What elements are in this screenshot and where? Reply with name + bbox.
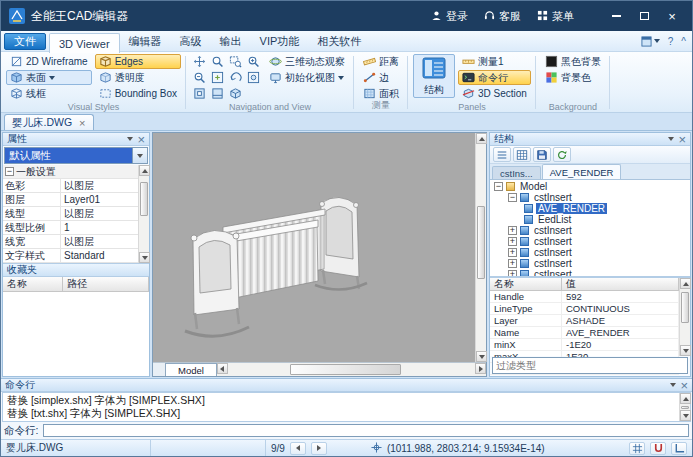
- save-button[interactable]: [533, 147, 551, 162]
- zoom-previous-button[interactable]: [227, 70, 244, 85]
- zoom-all-button[interactable]: [245, 70, 262, 85]
- property-value[interactable]: 以图层: [61, 207, 138, 220]
- property-value[interactable]: Layer01: [61, 193, 138, 206]
- viewport-horizontal-scrollbar[interactable]: [217, 363, 486, 376]
- list-view-button[interactable]: [493, 147, 511, 162]
- pan-button[interactable]: [191, 54, 208, 69]
- refresh-button[interactable]: [553, 147, 571, 162]
- black-background-button[interactable]: 黑色背景: [541, 54, 605, 69]
- tab-editor[interactable]: 编辑器: [120, 33, 171, 50]
- property-section-row[interactable]: 一般设置: [3, 165, 138, 179]
- menu-button[interactable]: 菜单: [537, 9, 574, 24]
- scroll-up-button[interactable]: [139, 165, 150, 176]
- transparency-button[interactable]: 透明度: [95, 70, 181, 85]
- tree-node-eedlist[interactable]: EedList: [490, 214, 690, 225]
- scroll-down-button[interactable]: [476, 351, 487, 362]
- table-col-value[interactable]: 值: [562, 278, 679, 290]
- property-grid-scrollbar[interactable]: [138, 165, 149, 263]
- dropdown-arrow-button[interactable]: [132, 148, 147, 163]
- favorites-list[interactable]: [3, 292, 149, 376]
- property-value[interactable]: 以图层: [61, 235, 138, 248]
- table-col-name[interactable]: 名称: [490, 278, 562, 290]
- viewport-vertical-scrollbar[interactable]: [475, 133, 486, 362]
- scroll-up-button[interactable]: [680, 278, 691, 289]
- expand-icon[interactable]: [508, 259, 517, 268]
- tab-vip[interactable]: VIP功能: [251, 33, 309, 50]
- ortho-mode-button[interactable]: [671, 442, 687, 455]
- preset-dropdown[interactable]: 默认属性: [4, 147, 148, 164]
- collapse-icon[interactable]: [5, 167, 14, 176]
- close-panel-icon[interactable]: [678, 133, 686, 146]
- favorites-col-path[interactable]: 路径: [63, 277, 149, 291]
- bounding-box-button[interactable]: Bounding Box: [95, 86, 181, 101]
- measure-distance-button[interactable]: 距离: [359, 54, 403, 69]
- help-icon[interactable]: [668, 35, 674, 47]
- support-button[interactable]: 客服: [484, 9, 521, 24]
- tab-advanced[interactable]: 高级: [171, 33, 211, 50]
- structure-panel-button[interactable]: 结构: [413, 54, 455, 98]
- login-button[interactable]: 登录: [431, 9, 468, 24]
- property-value[interactable]: Standard: [61, 249, 138, 262]
- front-view-button[interactable]: [209, 86, 226, 101]
- top-view-button[interactable]: [191, 86, 208, 101]
- tree-node-cstinsert[interactable]: cstInsert: [490, 269, 690, 278]
- expand-icon[interactable]: [508, 248, 517, 257]
- tree-node-cstinsert[interactable]: cstInsert: [490, 247, 690, 258]
- collapse-ribbon-icon[interactable]: [681, 35, 686, 47]
- collapse-icon[interactable]: [508, 193, 517, 202]
- measure1-panel-button[interactable]: 测量1: [458, 54, 531, 69]
- interface-style-dropdown[interactable]: [641, 36, 660, 47]
- tree-node-cstinsert[interactable]: cstInsert: [490, 258, 690, 269]
- command-input[interactable]: [43, 424, 689, 437]
- scroll-down-button[interactable]: [139, 252, 150, 263]
- grid-view-button[interactable]: [513, 147, 531, 162]
- model-space-tab[interactable]: Model: [165, 363, 217, 376]
- table-row[interactable]: LineType CONTINUOUS: [490, 303, 679, 315]
- object-snap-button[interactable]: [650, 442, 666, 455]
- command-line-panel-button[interactable]: 命令行: [458, 70, 531, 85]
- tree-node-cstinsert[interactable]: cstInsert: [490, 236, 690, 247]
- expand-icon[interactable]: [508, 226, 517, 235]
- document-tab[interactable]: 婴儿床.DWG: [4, 114, 94, 130]
- measure-edge-button[interactable]: 边: [359, 70, 403, 85]
- type-filter-input[interactable]: [492, 357, 688, 374]
- scroll-down-button[interactable]: [680, 410, 691, 421]
- grid-snap-button[interactable]: [629, 442, 645, 455]
- 3d-canvas[interactable]: [153, 133, 475, 362]
- panel-menu-icon[interactable]: [668, 137, 674, 141]
- table-row[interactable]: minX -1E20: [490, 339, 679, 351]
- tab-ave-render[interactable]: AVE_RENDER: [542, 164, 622, 179]
- 3d-section-button[interactable]: 3D Section: [458, 86, 531, 101]
- zoom-extents-button[interactable]: [209, 70, 226, 85]
- scroll-left-button[interactable]: [217, 363, 228, 374]
- table-row[interactable]: Name AVE_RENDER: [490, 327, 679, 339]
- tree-node-model[interactable]: Model: [490, 181, 690, 192]
- tree-node-cstinsert[interactable]: cstInsert: [490, 192, 690, 203]
- scroll-up-button[interactable]: [680, 393, 691, 404]
- close-button[interactable]: [660, 7, 684, 25]
- zoom-window-button[interactable]: [227, 54, 244, 69]
- tab-cstinsert[interactable]: cstIns...: [492, 166, 541, 179]
- scroll-right-button[interactable]: [475, 363, 486, 374]
- background-color-button[interactable]: 背景色: [541, 70, 605, 85]
- tree-node-ave-render[interactable]: AVE_RENDER: [490, 203, 690, 214]
- tab-3d-viewer[interactable]: 3D Viewer: [49, 33, 120, 53]
- surface-button[interactable]: 表面: [6, 70, 92, 85]
- structure-tree[interactable]: Model cstInsert AVE_RENDER EedList: [490, 180, 690, 278]
- property-value[interactable]: 1: [61, 221, 138, 234]
- property-value[interactable]: 以图层: [61, 179, 138, 192]
- expand-icon[interactable]: [508, 237, 517, 246]
- close-panel-icon[interactable]: [680, 379, 688, 392]
- tab-file[interactable]: 文件: [4, 33, 46, 50]
- command-history-scrollbar[interactable]: [679, 393, 690, 421]
- 2d-wireframe-button[interactable]: 2D Wireframe: [6, 54, 92, 69]
- collapse-icon[interactable]: [494, 182, 503, 191]
- next-page-button[interactable]: [311, 442, 327, 455]
- tab-output[interactable]: 输出: [211, 33, 251, 50]
- table-row[interactable]: Handle 592: [490, 291, 679, 303]
- table-row[interactable]: Layer ASHADE: [490, 315, 679, 327]
- panel-menu-icon[interactable]: [127, 137, 133, 141]
- prev-page-button[interactable]: [290, 442, 306, 455]
- maximize-button[interactable]: [632, 7, 656, 25]
- iso-view-button[interactable]: [227, 86, 244, 101]
